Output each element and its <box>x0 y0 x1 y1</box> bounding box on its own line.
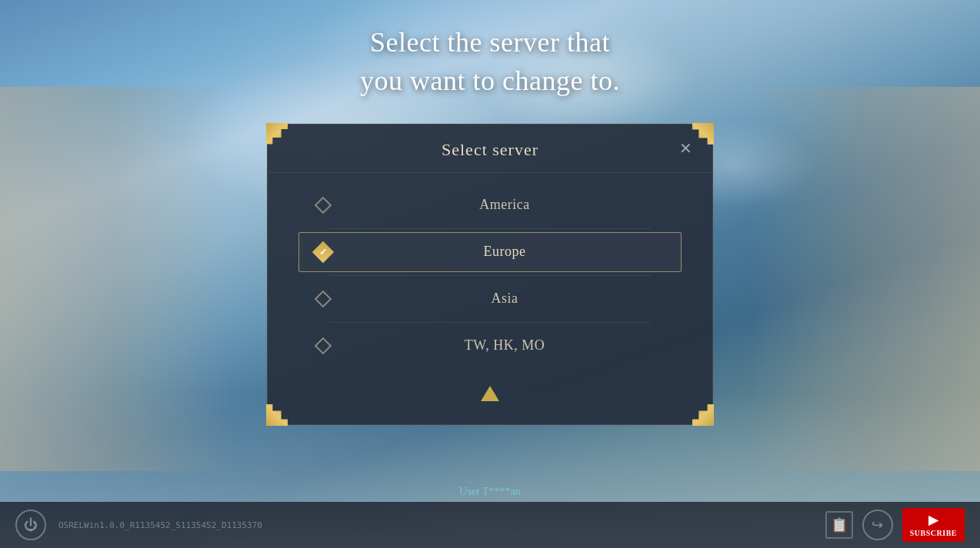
modal-overlay: Select server ✕ America Europe <box>0 0 980 548</box>
corner-bottom-left <box>266 404 288 426</box>
server-item-tw-hk-mo[interactable]: TW, HK, MO <box>298 326 682 366</box>
diamond-outline-icon <box>315 196 332 214</box>
logout-button[interactable]: ↪ <box>862 510 893 540</box>
power-button[interactable]: ⏻ <box>15 510 46 540</box>
server-item-europe[interactable]: Europe <box>298 232 682 272</box>
modal-header: Select server ✕ <box>268 125 712 173</box>
bottom-right-section: 📋 ↪ ▶ SUBSCRIBE <box>825 508 965 542</box>
server-name-europe: Europe <box>344 244 665 260</box>
server-item-america[interactable]: America <box>298 185 682 225</box>
server-item-asia[interactable]: Asia <box>298 279 682 319</box>
server-list: America Europe Asia <box>268 173 712 378</box>
username-bar: User T****an <box>459 484 520 498</box>
subscribe-label: SUBSCRIBE <box>910 529 957 537</box>
server-divider-1 <box>329 228 651 229</box>
server-icon-europe <box>315 244 332 261</box>
server-name-asia: Asia <box>344 291 665 307</box>
diamond-outline-icon-tw <box>315 337 332 354</box>
close-button[interactable]: ✕ <box>673 138 698 159</box>
confirm-flag-icon[interactable] <box>481 386 499 401</box>
server-name-tw-hk-mo: TW, HK, MO <box>344 337 665 354</box>
calendar-icon: 📋 <box>831 516 848 533</box>
server-divider-2 <box>329 275 651 276</box>
modal-footer <box>268 378 712 401</box>
subscribe-button[interactable]: ▶ SUBSCRIBE <box>902 508 965 542</box>
server-icon-america <box>315 197 332 214</box>
calendar-button[interactable]: 📋 <box>825 511 853 539</box>
diamond-outline-icon-asia <box>315 290 332 307</box>
server-divider-3 <box>329 322 651 323</box>
server-icon-asia <box>315 291 332 307</box>
server-icon-tw-hk-mo <box>315 337 332 354</box>
youtube-icon: ▶ <box>928 513 938 527</box>
power-icon: ⏻ <box>24 517 38 533</box>
logout-icon: ↪ <box>872 516 883 533</box>
diamond-filled-icon <box>312 241 334 262</box>
modal-title: Select server <box>442 140 538 159</box>
username-text: User T****an <box>459 486 520 497</box>
bottom-bar: ⏻ OSRELWin1.0.0_R1135452_S1135452_D11353… <box>0 502 980 548</box>
server-name-america: America <box>344 197 665 213</box>
version-text: OSRELWin1.0.0_R1135452_S1135452_D1135370 <box>58 520 262 530</box>
bottom-left-section: ⏻ OSRELWin1.0.0_R1135452_S1135452_D11353… <box>15 510 262 540</box>
select-server-modal: Select server ✕ America Europe <box>267 124 713 425</box>
corner-bottom-right <box>692 404 714 426</box>
